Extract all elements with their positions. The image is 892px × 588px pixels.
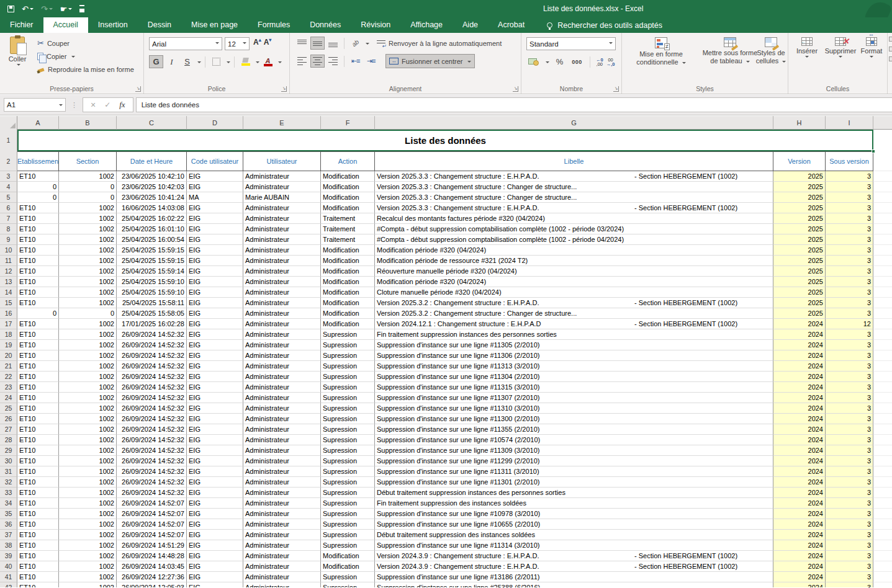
cell-lib[interactable]: Réouverture manuelle période #320 (04/20… [375, 266, 773, 277]
tab-aide[interactable]: Aide [453, 17, 488, 33]
cell-sub[interactable]: 3 [826, 308, 873, 319]
cell-lib[interactable]: Suppression d'instance sur une ligne #11… [375, 414, 773, 424]
cell-sub[interactable]: 3 [826, 498, 873, 509]
cell-etab[interactable]: ET10 [17, 277, 59, 287]
cell-empty[interactable] [873, 456, 892, 466]
cell-lib[interactable]: Suppression d'instance sur une ligne #11… [375, 424, 773, 435]
cell-action[interactable]: Modification [321, 287, 375, 298]
cell-action[interactable]: Supression [321, 540, 375, 551]
cell-action[interactable]: Supression [321, 350, 375, 361]
cell-action[interactable]: Modification [321, 182, 375, 192]
cell-sec[interactable]: 1002 [59, 372, 117, 382]
cell-date[interactable]: 25/04/2025 16:02:22 [117, 213, 187, 224]
column-header-E[interactable]: E [243, 116, 321, 130]
cell-action[interactable]: Supression [321, 424, 375, 435]
cell-sec[interactable]: 1002 [59, 393, 117, 403]
chevron-down-icon[interactable] [278, 61, 282, 65]
cell-user[interactable]: Administrateur [243, 298, 321, 308]
cell-etab[interactable]: ET10 [17, 509, 59, 519]
cell-code[interactable]: EIG [187, 403, 243, 414]
cell-sec[interactable]: 1002 [59, 266, 117, 277]
cell-ver[interactable]: 2024 [773, 488, 826, 498]
cell-ver[interactable]: 2024 [773, 456, 826, 466]
cell-etab[interactable]: ET10 [17, 519, 59, 530]
enter-icon[interactable]: ✓ [104, 100, 110, 109]
row-number[interactable]: 15 [0, 298, 17, 308]
cell-etab[interactable]: ET10 [17, 414, 59, 424]
cell-empty[interactable] [873, 350, 892, 361]
cell-etab[interactable]: ET10 [17, 382, 59, 393]
cell-empty[interactable] [873, 192, 892, 203]
cell-lib[interactable]: Suppression d'instance sur une ligne #11… [375, 403, 773, 414]
name-box[interactable]: A1 [4, 98, 66, 112]
increase-decimal-button[interactable]: ←0,00 [596, 58, 603, 66]
cell-code[interactable]: EIG [187, 340, 243, 350]
cell-action[interactable]: Modification [321, 171, 375, 182]
cell-user[interactable]: Administrateur [243, 488, 321, 498]
cell-etab[interactable]: ET10 [17, 572, 59, 582]
column-header-F[interactable]: F [321, 116, 375, 130]
cell-date[interactable]: 26/09/2024 12:27:36 [117, 572, 187, 582]
cell-etab[interactable]: ET10 [17, 488, 59, 498]
cell-empty[interactable] [873, 445, 892, 456]
table-header-code[interactable]: Code utilisateur [187, 151, 243, 171]
cell-etab[interactable]: ET10 [17, 561, 59, 572]
cell-code[interactable]: EIG [187, 329, 243, 340]
cell-sub[interactable]: 12 [826, 319, 873, 329]
cell-code[interactable]: EIG [187, 519, 243, 530]
cell-lib[interactable]: Version 2025.3.2 : Changement structure … [375, 298, 773, 308]
cell-ver[interactable]: 2024 [773, 382, 826, 393]
cell-action[interactable]: Supression [321, 435, 375, 445]
align-left-button[interactable] [295, 55, 309, 68]
cell-user[interactable]: Administrateur [243, 456, 321, 466]
cell-date[interactable]: 26/09/2024 14:48:28 [117, 551, 187, 561]
cell-empty[interactable] [873, 393, 892, 403]
row-number[interactable]: 41 [0, 572, 17, 582]
row-number[interactable]: 39 [0, 551, 17, 561]
cell-ver[interactable]: 2025 [773, 171, 826, 182]
cell-sub[interactable]: 3 [826, 540, 873, 551]
cell-sub[interactable]: 3 [826, 287, 873, 298]
row-number[interactable]: 14 [0, 287, 17, 298]
cell-date[interactable]: 16/06/2025 14:03:08 [117, 203, 187, 213]
cell-etab[interactable]: ET10 [17, 403, 59, 414]
cell-ver[interactable]: 2024 [773, 498, 826, 509]
cell-lib[interactable]: Suppression d'instance sur une ligne #11… [375, 340, 773, 350]
cell-sub[interactable]: 3 [826, 530, 873, 540]
cell-ver[interactable]: 2024 [773, 540, 826, 551]
cell-user[interactable]: Administrateur [243, 171, 321, 182]
cell-sec[interactable]: 1002 [59, 488, 117, 498]
table-header-lib[interactable]: Libelle [375, 151, 773, 171]
cell-lib[interactable]: Suppression d'instance sur une ligne #10… [375, 519, 773, 530]
cell-empty[interactable] [873, 414, 892, 424]
cell-code[interactable]: EIG [187, 277, 243, 287]
cell-etab[interactable]: ET10 [17, 361, 59, 372]
cell-action[interactable]: Traitement [321, 213, 375, 224]
chevron-down-icon[interactable] [546, 61, 549, 65]
cell-action[interactable]: Modification [321, 203, 375, 213]
tab-fichier[interactable]: Fichier [0, 17, 43, 33]
cell-code[interactable]: EIG [187, 245, 243, 256]
cell-lib[interactable]: Version 2025.3.3 : Changement structure … [375, 182, 773, 192]
cell-user[interactable]: Administrateur [243, 372, 321, 382]
cell-date[interactable]: 26/09/2024 14:52:32 [117, 445, 187, 456]
cell-sec[interactable]: 1002 [59, 203, 117, 213]
cell-user[interactable]: Administrateur [243, 245, 321, 256]
row-number[interactable]: 6 [0, 203, 17, 213]
formula-input[interactable]: Liste des données [136, 97, 892, 112]
cell-empty[interactable] [873, 319, 892, 329]
cell-sub[interactable]: 3 [826, 361, 873, 372]
cell-action[interactable]: Modification [321, 256, 375, 266]
cell-action[interactable]: Modification [321, 319, 375, 329]
cell-sub[interactable]: 3 [826, 466, 873, 477]
cell-sub[interactable]: 3 [826, 445, 873, 456]
cell-empty[interactable] [873, 256, 892, 266]
cell-user[interactable]: Administrateur [243, 582, 321, 587]
row-number[interactable]: 36 [0, 519, 17, 530]
cell-code[interactable]: EIG [187, 298, 243, 308]
cell-etab[interactable]: ET10 [17, 234, 59, 245]
cell-user[interactable]: Administrateur [243, 266, 321, 277]
cell-code[interactable]: EIG [187, 582, 243, 587]
cell-empty[interactable] [873, 488, 892, 498]
cell-ver[interactable]: 2024 [773, 393, 826, 403]
